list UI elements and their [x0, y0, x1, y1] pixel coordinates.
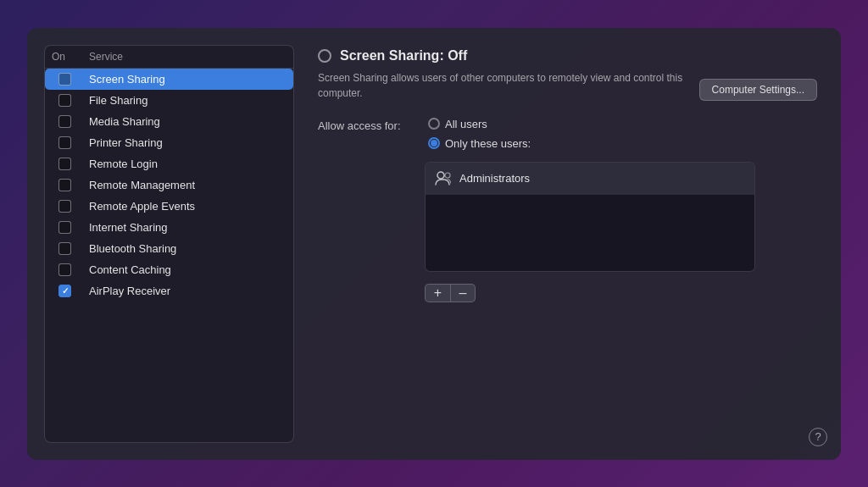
service-label-file-sharing: File Sharing — [89, 94, 287, 107]
checkbox-printer-sharing[interactable] — [58, 136, 71, 149]
checkbox-remote-apple-events[interactable] — [58, 200, 71, 213]
screen-sharing-toggle-radio[interactable] — [318, 49, 331, 63]
all-users-label: All users — [445, 118, 487, 130]
service-item-printer-sharing[interactable]: Printer Sharing — [45, 132, 293, 153]
service-label-remote-apple-events: Remote Apple Events — [89, 200, 287, 213]
computer-settings-button[interactable]: Computer Settings... — [699, 79, 817, 101]
service-item-file-sharing[interactable]: File Sharing — [45, 90, 293, 111]
checkbox-internet-sharing[interactable] — [58, 221, 71, 234]
service-item-remote-management[interactable]: Remote Management — [45, 174, 293, 196]
service-label-remote-management: Remote Management — [89, 179, 287, 191]
checkbox-file-sharing[interactable] — [58, 94, 71, 107]
checkbox-media-sharing[interactable] — [58, 115, 71, 128]
service-label-media-sharing: Media Sharing — [89, 115, 287, 128]
checkbox-airplay-receiver[interactable] — [58, 285, 71, 297]
svg-point-0 — [437, 172, 444, 179]
service-label-internet-sharing: Internet Sharing — [89, 221, 287, 234]
service-items-container: Screen Sharing File Sharing Media Sharin… — [45, 69, 293, 442]
checkbox-screen-sharing[interactable] — [58, 73, 71, 86]
service-item-media-sharing[interactable]: Media Sharing — [45, 111, 293, 132]
add-user-button[interactable]: + — [425, 284, 450, 302]
service-item-internet-sharing[interactable]: Internet Sharing — [45, 217, 293, 238]
title-left: Screen Sharing: Off Screen Sharing allow… — [318, 48, 699, 101]
list-actions: + – — [425, 284, 817, 302]
service-item-remote-login[interactable]: Remote Login — [45, 153, 293, 174]
detail-description: Screen Sharing allows users of other com… — [318, 70, 699, 101]
administrators-icon — [434, 169, 453, 188]
administrators-label: Administrators — [459, 172, 530, 185]
checkbox-remote-management[interactable] — [58, 179, 71, 191]
service-label-remote-login: Remote Login — [89, 158, 287, 170]
service-item-bluetooth-sharing[interactable]: Bluetooth Sharing — [45, 238, 293, 259]
checkbox-remote-login[interactable] — [58, 158, 71, 170]
checkbox-bluetooth-sharing[interactable] — [58, 242, 71, 255]
service-label-printer-sharing: Printer Sharing — [89, 136, 287, 149]
sharing-preferences-panel: On Service Screen Sharing File Sharing M… — [27, 28, 841, 460]
service-label-bluetooth-sharing: Bluetooth Sharing — [89, 242, 287, 255]
list-header: On Service — [45, 46, 293, 69]
col-on-header: On — [52, 51, 89, 63]
service-item-airplay-receiver[interactable]: AirPlay Receiver — [45, 280, 293, 302]
title-section: Screen Sharing: Off Screen Sharing allow… — [318, 48, 817, 101]
service-label-screen-sharing: Screen Sharing — [89, 73, 287, 86]
remove-user-button[interactable]: – — [450, 284, 476, 302]
only-these-users-option[interactable]: Only these users: — [428, 137, 531, 150]
checkbox-content-caching[interactable] — [58, 263, 71, 276]
all-users-option[interactable]: All users — [428, 118, 531, 130]
help-button[interactable]: ? — [809, 428, 827, 446]
svg-point-1 — [445, 173, 450, 178]
only-these-users-radio[interactable] — [428, 137, 440, 149]
user-item-administrators: Administrators — [426, 163, 754, 195]
all-users-radio[interactable] — [428, 118, 440, 130]
detail-title: Screen Sharing: Off — [340, 48, 467, 64]
service-item-screen-sharing[interactable]: Screen Sharing — [45, 69, 293, 90]
col-service-header: Service — [89, 51, 287, 63]
service-item-content-caching[interactable]: Content Caching — [45, 259, 293, 280]
access-section: Allow access for: All users Only these u… — [318, 118, 817, 150]
service-list: On Service Screen Sharing File Sharing M… — [44, 45, 294, 443]
service-label-content-caching: Content Caching — [89, 263, 287, 276]
only-these-users-label: Only these users: — [445, 137, 531, 150]
service-item-remote-apple-events[interactable]: Remote Apple Events — [45, 196, 293, 217]
detail-header: Screen Sharing: Off — [318, 48, 699, 64]
detail-panel: Screen Sharing: Off Screen Sharing allow… — [311, 45, 824, 443]
users-list: Administrators — [425, 162, 755, 272]
access-label: Allow access for: — [318, 118, 428, 132]
access-options: All users Only these users: — [428, 118, 531, 150]
service-label-airplay-receiver: AirPlay Receiver — [89, 285, 287, 297]
